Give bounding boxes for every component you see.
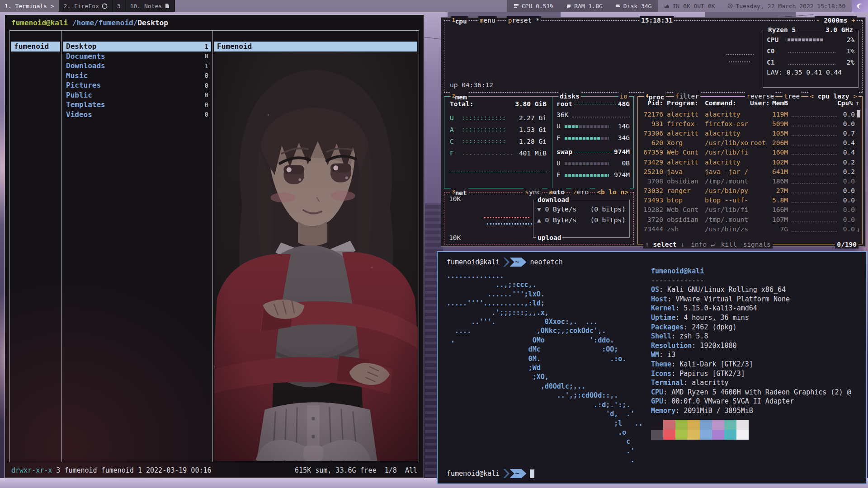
core-usage-graph <box>788 60 835 65</box>
net-auto-button[interactable]: auto <box>547 188 566 196</box>
upload-label: upload <box>536 234 562 242</box>
process-row-73493[interactable]: 73493btopbtop --utf-5.8M0.0 <box>642 196 855 205</box>
neofetch-terminal-window[interactable]: fumenoid@kali ~ neofetch .............. … <box>437 251 867 484</box>
info-label: OS <box>651 286 659 294</box>
signals-hint[interactable]: signals <box>743 240 771 249</box>
entry-name: Music <box>66 71 88 80</box>
file-entry-downloads[interactable]: Downloads1 <box>63 61 211 71</box>
file-entry-documents[interactable]: Documents0 <box>63 52 211 61</box>
info-label: Memory <box>651 407 675 415</box>
btop-monitor-window[interactable]: 1cpu menu preset * 15:18:31 - 2000ms + R… <box>441 17 866 247</box>
upload-speed: 0 Byte/s <box>545 216 576 224</box>
scroll-down-arrow[interactable]: ↓ <box>856 226 860 233</box>
process-row-620[interactable]: 620Xorg/usr/lib/xoroot206M0.4 <box>642 138 855 148</box>
process-row-73306[interactable]: 73306alacrittalacritty105M0.7 <box>642 128 855 138</box>
menu-button[interactable]: menu <box>478 16 497 25</box>
info-host: Host: VMware Virtual Platform None <box>651 295 851 304</box>
normal-swatch-2 <box>675 420 688 430</box>
desktop: 1. Terminals >2. FireFox310. Notes CPU 0… <box>0 0 868 488</box>
kill-hint[interactable]: kill <box>721 240 737 249</box>
kali-logo-button[interactable] <box>852 0 868 12</box>
workspace-button-4[interactable]: 10. Notes <box>126 0 175 12</box>
file-entry-videos[interactable]: Videos0 <box>63 110 211 120</box>
file-entry-desktop[interactable]: Desktop1 <box>63 42 211 52</box>
typed-command: neofetch <box>530 258 562 266</box>
process-pid: 73306 <box>642 130 663 137</box>
process-mem: 160M <box>768 149 788 156</box>
select-hint[interactable]: ↑ select ↓ <box>645 240 684 249</box>
file-entry-templates[interactable]: Templates0 <box>63 100 211 110</box>
process-pid: 72176 <box>642 111 663 118</box>
disk-bar-empty: ■■■■■■■■■■■ <box>579 124 609 129</box>
prompt-arrow-icon <box>503 258 509 267</box>
process-row-25210[interactable]: 25210javajava -jar /641M0.2 <box>642 167 855 176</box>
process-scrollbar-thumb[interactable] <box>857 110 860 117</box>
parent-dir-item[interactable]: fumenoid <box>11 42 60 52</box>
palette-normal-row <box>651 420 851 430</box>
process-pid: 620 <box>642 139 663 146</box>
file-entry-public[interactable]: Public0 <box>63 90 211 100</box>
process-rows: 72176alacrittalacritty119M0.0931firefox-… <box>642 109 855 234</box>
update-interval-control[interactable]: - 2000ms + <box>815 16 857 24</box>
mem-panel-title: 2mem <box>451 92 468 101</box>
file-entry-music[interactable]: Music0 <box>63 71 211 81</box>
process-cpu-graph <box>792 207 837 212</box>
process-row-73429[interactable]: 73429alacrittalacritty102M0.2 <box>642 157 855 167</box>
mem-meter: :::::::::::: <box>462 115 519 121</box>
net-interface-selector[interactable]: <b lo n> <box>595 188 630 196</box>
process-row-3708[interactable]: 3708obsidian/tmp/.mount186M0.0 <box>642 176 855 186</box>
disk-usage-summary: 615K sum, 33.6G free 1/8 All <box>295 466 417 474</box>
process-program: java <box>667 168 703 175</box>
text-cursor[interactable] <box>530 469 534 478</box>
workspace-button-2[interactable]: 2. FireFox <box>59 0 113 12</box>
process-row-19282[interactable]: 19282Web Cont/usr/lib/fi166M0.0 <box>642 205 855 215</box>
disk-icon <box>615 3 621 9</box>
sort-direction-arrow[interactable]: ↑ <box>853 99 859 107</box>
process-mem: 7G <box>768 225 788 233</box>
ranger-entries-column: Desktop1Documents0Downloads1Music0Pictur… <box>63 42 211 119</box>
disk-stat: Disk 34G <box>609 0 658 12</box>
workspace-label: 1. Terminals > <box>5 3 54 9</box>
entry-name: Templates <box>66 100 105 109</box>
process-mem: 27M <box>768 187 788 194</box>
workspace-button-1[interactable]: 1. Terminals > <box>0 0 59 12</box>
workspace-button-3[interactable]: 3 <box>113 0 126 12</box>
net-zero-button[interactable]: zero <box>571 188 590 196</box>
process-row-67359[interactable]: 67359Web Cont/usr/lib/fi160M0.4 <box>642 148 855 157</box>
process-row-73032[interactable]: 73032ranger/usr/bin/py27M0.0 <box>642 186 855 196</box>
process-cpu-graph <box>792 140 837 145</box>
process-row-3720[interactable]: 3720obsidian/tmp/.mount107M0.0 <box>642 215 855 224</box>
process-cpu-percent: 0.0 <box>840 120 855 127</box>
ram-icon <box>566 3 571 9</box>
entry-count: 0 <box>205 111 208 118</box>
entry-count: 0 <box>205 82 208 89</box>
process-row-73444[interactable]: 73444zsh/usr/bin/zs7G0.0 <box>642 224 855 234</box>
ranger-file-manager-window[interactable]: fumenoid@kali /home/fumenoid/Desktop fum… <box>5 14 424 478</box>
process-command: alacritty <box>705 111 750 118</box>
file-entry-pictures[interactable]: Pictures0 <box>63 80 211 90</box>
process-cpu-percent: 0.0 <box>840 187 855 194</box>
process-pid: 3720 <box>642 216 663 223</box>
process-mem: 107M <box>768 216 788 223</box>
shell-prompt-empty[interactable]: fumenoid@kali ~ <box>447 469 534 478</box>
prompt-user: fumenoid@kali <box>447 469 500 478</box>
process-row-72176[interactable]: 72176alacrittalacritty119M0.0 <box>642 109 855 119</box>
status-blocks: CPU 0.51% RAM 1.8G Disk 34G IN 0K OUT 0K… <box>507 0 868 12</box>
net-sync-button[interactable]: sync <box>524 188 542 196</box>
cpu-stat-label: CPU 0.51% <box>522 3 553 9</box>
mem-row-u: U::::::::::::2.27 Gi <box>450 112 547 124</box>
entry-name: Documents <box>66 52 105 61</box>
preset-button[interactable]: preset * <box>507 16 541 25</box>
info-os: OS: Kali GNU/Linux Rolling x86_64 <box>651 285 851 295</box>
clock-stat: Tuesday, 22 March 2022 15:18:30 <box>721 0 852 12</box>
file-meta: 3 fumenoid fumenoid 1 2022-03-19 00:16 <box>52 466 211 474</box>
process-row-931[interactable]: 931firefox-firefox-esr509M0.0 <box>642 119 855 128</box>
shell-prompt: fumenoid@kali ~ neofetch <box>447 258 563 267</box>
info-shell: Shell: zsh 5.8 <box>651 332 851 341</box>
process-program: obsidian <box>667 216 703 223</box>
prompt-dir-chip: ~ <box>509 258 526 267</box>
process-command: /tmp/.mount <box>705 178 750 185</box>
info-hint[interactable]: info ↵ <box>691 240 714 249</box>
info-label: Uptime <box>651 314 675 322</box>
root-row-f: F■■■■■■■■■■■■■■■34G <box>557 132 630 144</box>
